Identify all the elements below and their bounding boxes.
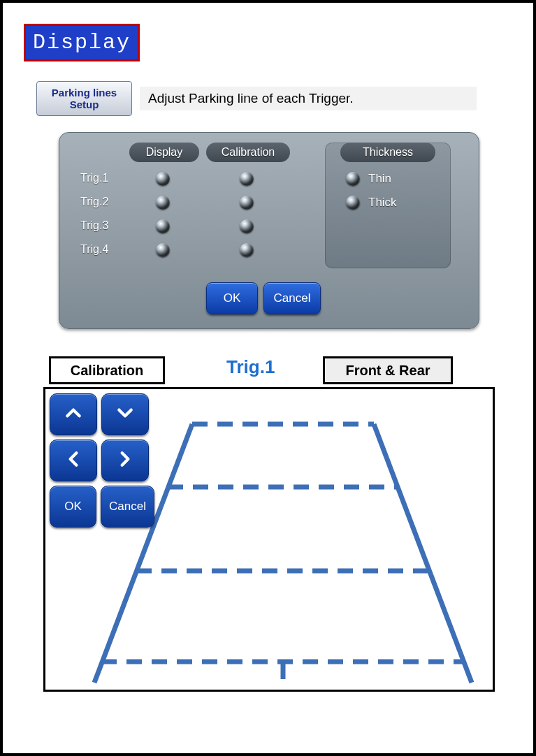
arrow-right-button[interactable] — [101, 439, 149, 481]
pad-cancel-button[interactable]: Cancel — [101, 486, 154, 528]
radio-display-trig2[interactable] — [156, 196, 170, 210]
ok-button[interactable]: OK — [206, 282, 258, 314]
arrow-left-button[interactable] — [50, 439, 97, 481]
parking-settings-panel: Display Calibration Trig.1 Trig.2 Trig.3… — [59, 132, 479, 329]
trigger-label-2: Trig.2 — [80, 196, 108, 208]
column-header-calibration: Calibration — [206, 143, 290, 162]
calibration-arrow-pad: OK Cancel — [50, 393, 154, 532]
pad-cancel-label: Cancel — [109, 500, 146, 514]
pad-ok-label: OK — [64, 500, 82, 514]
thickness-label-thick: Thick — [368, 196, 397, 210]
chevron-right-icon — [116, 450, 134, 471]
display-heading-badge: Display — [24, 24, 140, 61]
parking-button-line1: Parking lines — [52, 87, 117, 99]
radio-thickness-thick[interactable] — [346, 196, 360, 210]
trigger-label-3: Trig.3 — [80, 219, 108, 232]
column-header-display: Display — [129, 143, 199, 162]
chevron-left-icon — [64, 450, 82, 471]
radio-display-trig1[interactable] — [156, 172, 170, 186]
radio-calibration-trig3[interactable] — [240, 219, 254, 233]
parking-button-line2: Setup — [70, 99, 99, 110]
radio-calibration-trig2[interactable] — [240, 196, 254, 210]
chevron-down-icon — [116, 404, 134, 425]
radio-display-trig3[interactable] — [156, 219, 170, 233]
arrow-down-button[interactable] — [101, 393, 149, 435]
calibration-preview: OK Cancel — [43, 387, 495, 692]
radio-calibration-trig1[interactable] — [240, 172, 254, 186]
parking-lines-setup-button[interactable]: Parking lines Setup — [36, 81, 132, 116]
pad-ok-button[interactable]: OK — [50, 486, 96, 528]
current-trigger-label: Trig.1 — [226, 356, 275, 378]
front-rear-heading: Front & Rear — [323, 356, 453, 384]
svg-line-1 — [374, 424, 472, 683]
radio-thickness-thin[interactable] — [346, 172, 360, 186]
arrow-up-button[interactable] — [50, 393, 97, 435]
parking-description: Adjust Parking line of each Trigger. — [140, 87, 477, 110]
trigger-label-1: Trig.1 — [80, 172, 108, 184]
chevron-up-icon — [64, 404, 82, 425]
trigger-label-4: Trig.4 — [80, 243, 108, 256]
thickness-panel: Thickness Thin Thick — [325, 143, 451, 268]
column-header-thickness: Thickness — [340, 143, 435, 162]
thickness-label-thin: Thin — [368, 172, 391, 186]
radio-calibration-trig4[interactable] — [240, 243, 254, 257]
page-root: Display Parking lines Setup Adjust Parki… — [0, 0, 536, 756]
calibration-heading: Calibration — [49, 356, 165, 384]
radio-display-trig4[interactable] — [156, 243, 170, 257]
cancel-button[interactable]: Cancel — [263, 282, 321, 314]
